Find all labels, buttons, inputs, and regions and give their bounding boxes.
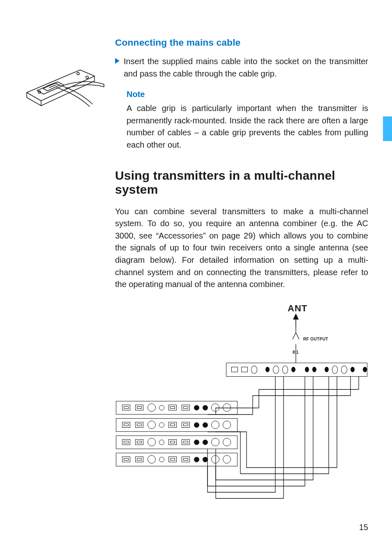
cable-socket-illustration: [25, 60, 109, 109]
section-tab: [383, 116, 392, 141]
heading-multichannel: Using transmitters in a multi-channel sy…: [115, 169, 368, 197]
diagram-wiring: [115, 303, 370, 525]
multichannel-diagram: ANT RF OUTPUT 8:1: [115, 303, 370, 525]
note-heading: Note: [127, 90, 368, 99]
multichannel-body: You can combine several transmitters to …: [115, 206, 368, 291]
page-number: 15: [359, 523, 368, 532]
bullet-triangle-icon: [115, 58, 120, 64]
heading-connecting-mains: Connecting the mains cable: [115, 37, 368, 48]
svg-point-2: [86, 76, 88, 79]
step-text: Insert the supplied mains cable into the…: [124, 56, 368, 80]
note-body: A cable grip is particularly important w…: [127, 102, 368, 151]
step-insert-cable: Insert the supplied mains cable into the…: [115, 56, 368, 80]
svg-point-1: [77, 72, 79, 75]
